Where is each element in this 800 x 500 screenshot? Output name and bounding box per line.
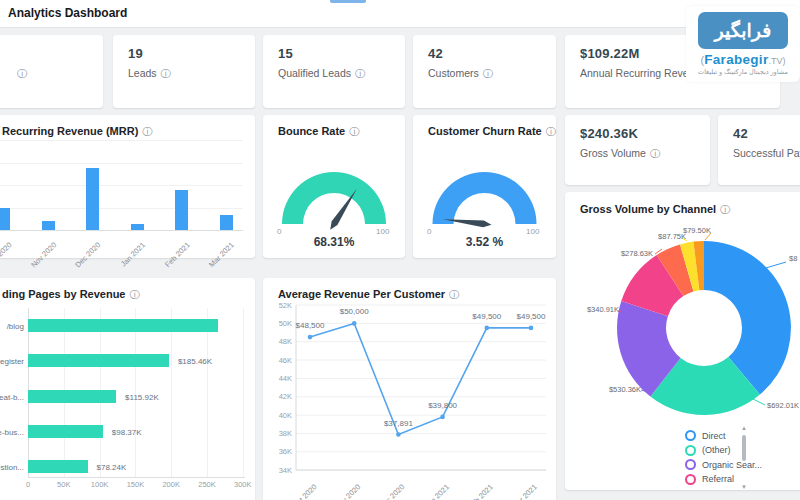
slice-value-label: $79.50K <box>683 226 719 235</box>
bar-Jan 2021 <box>131 224 144 230</box>
farabegir-tagline: مشاور دیجیتال مارکتینگ و تبلیغات <box>686 68 800 76</box>
info-icon[interactable]: ⓘ <box>355 67 365 81</box>
kpi-card-qualified-leads: 15 Qualified Leadsⓘ <box>263 35 405 108</box>
gridline <box>0 140 243 141</box>
kpi-value: $109.22M <box>580 46 639 61</box>
kpi-label: Gross Volumeⓘ <box>580 147 660 161</box>
x-tick-label: Oct 2020 <box>0 240 14 268</box>
slice-value-label: $8 <box>789 254 800 263</box>
top-bar: Analytics Dashboard <box>0 0 800 28</box>
clipped-top-button[interactable] <box>330 0 366 3</box>
x-tick-label: 250K <box>190 480 224 489</box>
legend-item-Referral[interactable]: Referral <box>685 474 734 485</box>
point-label: $50,000 <box>329 307 379 316</box>
bar-Mar 2021 <box>220 215 233 230</box>
x-tick-label: Dec 2020 <box>74 240 103 269</box>
legend-scrollbar[interactable] <box>742 435 746 461</box>
kpi-card-leads: 19 Leadsⓘ <box>113 35 255 108</box>
farabegir-brand-line: (Farabegir.TV) <box>686 50 800 68</box>
bar-te-bus... <box>28 425 103 438</box>
bar-Feb 2021 <box>175 190 188 230</box>
x-tick-label: Dec 2020 <box>378 482 407 500</box>
kpi-card-customers: 42 Customersⓘ <box>413 35 556 108</box>
landing-pages-bar-chart: 050K100K150K200K250K300K/blog/register$1… <box>0 278 255 500</box>
kpi-label: ⓘ <box>13 67 27 81</box>
x-tick-label: Mar 2021 <box>207 240 236 269</box>
x-tick-label: 300K <box>226 480 260 489</box>
y-tick-label: 52K <box>265 301 292 310</box>
info-icon[interactable]: ⓘ <box>161 67 171 81</box>
x-tick-label: 0 <box>11 480 45 489</box>
bar-Oct 2020 <box>0 208 10 230</box>
kpi-card-gross-volume: $240.36K Gross Volumeⓘ <box>565 115 710 185</box>
label-leader-line <box>749 397 765 405</box>
legend-ring-icon <box>685 474 696 485</box>
dashboard: Analytics Dashboard ⓘ 19 Leadsⓘ 15 Quali… <box>0 0 800 500</box>
legend-scroll-down-icon[interactable]: ▼ <box>741 484 747 490</box>
legend-item-Organic Sear...[interactable]: Organic Sear... <box>685 459 762 470</box>
value-label: $115.92K <box>125 393 159 402</box>
gridline <box>207 308 208 477</box>
y-tick-label: 40K <box>265 411 292 420</box>
y-tick-label: 34K <box>265 466 292 475</box>
page-title: Analytics Dashboard <box>8 0 127 27</box>
bar-Dec 2020 <box>86 168 99 230</box>
category-label: /register <box>0 357 24 366</box>
legend-ring-icon <box>685 430 696 441</box>
farabegir-logo: فرابگیر <box>698 12 788 49</box>
avg-revenue-labels: 52K50K48K46K44K42K40K38K36K34K$48,500Oct… <box>263 278 556 500</box>
kpi-card-successful-payments: 42 Successful Payments <box>718 115 800 185</box>
gridline <box>0 185 243 186</box>
slice-value-label: $530.36K <box>605 385 641 394</box>
kpi-value: 42 <box>733 126 748 141</box>
legend-label: (Other) <box>702 445 731 455</box>
kpi-value: 19 <box>128 46 143 61</box>
kpi-value: 42 <box>428 46 443 61</box>
x-tick-label: Feb 2021 <box>466 482 495 500</box>
legend-ring-icon <box>685 459 696 470</box>
y-tick-label: 38K <box>265 429 292 438</box>
gridline <box>243 308 244 477</box>
value-label: $98.37K <box>112 428 142 437</box>
slice-value-label: $278.63K <box>617 249 653 258</box>
category-label: uestion... <box>0 463 24 472</box>
x-axis <box>28 477 245 478</box>
value-label: $185.46K <box>178 357 212 366</box>
gridline <box>0 208 243 209</box>
bar-/register <box>28 354 169 367</box>
x-tick-label: Oct 2020 <box>290 482 318 500</box>
bar-/blog <box>28 319 218 332</box>
x-tick-label: 50K <box>47 480 81 489</box>
kpi-value: $240.36K <box>580 126 638 141</box>
slice-value-label: $87.75K <box>650 232 686 241</box>
x-tick-label: 150K <box>118 480 152 489</box>
point-label: $48,500 <box>285 321 335 330</box>
y-tick-label: 42K <box>265 392 292 401</box>
y-tick-label: 36K <box>265 447 292 456</box>
info-icon[interactable]: ⓘ <box>17 67 27 81</box>
bounce-rate-card: Bounce Rateⓘ 0 100 68.31% <box>263 115 405 258</box>
point-label: $49,500 <box>462 312 512 321</box>
slice-value-label: $340.91K <box>583 305 619 314</box>
bar-great-b... <box>28 390 116 403</box>
legend-item-Direct[interactable]: Direct <box>685 430 726 441</box>
x-tick-label: Jan 2021 <box>119 240 147 268</box>
kpi-label: Qualified Leadsⓘ <box>278 67 365 81</box>
y-tick-label: 46K <box>265 356 292 365</box>
legend-label: Organic Sear... <box>702 460 762 470</box>
point-label: $39,800 <box>418 401 468 410</box>
info-icon[interactable]: ⓘ <box>483 67 493 81</box>
category-label: great-b... <box>0 393 24 402</box>
category-label: /blog <box>0 322 24 331</box>
x-tick-label: 100K <box>83 480 117 489</box>
kpi-label: Leadsⓘ <box>128 67 171 81</box>
info-icon[interactable]: ⓘ <box>650 147 660 161</box>
mrr-chart-card: Recurring Revenue (MRR)ⓘ Oct 2020Nov 202… <box>0 115 255 258</box>
gross-volume-by-channel-card: Gross Volume by Channelⓘ $8$692.01K$530.… <box>565 192 800 490</box>
legend-item-(Other)[interactable]: (Other) <box>685 445 731 456</box>
kpi-card-clipped: ⓘ <box>0 35 103 108</box>
y-tick-label: 48K <box>265 337 292 346</box>
legend-ring-icon <box>685 445 696 456</box>
legend-scroll-up-icon[interactable]: ▲ <box>741 425 747 431</box>
bar-Nov 2020 <box>42 221 55 230</box>
